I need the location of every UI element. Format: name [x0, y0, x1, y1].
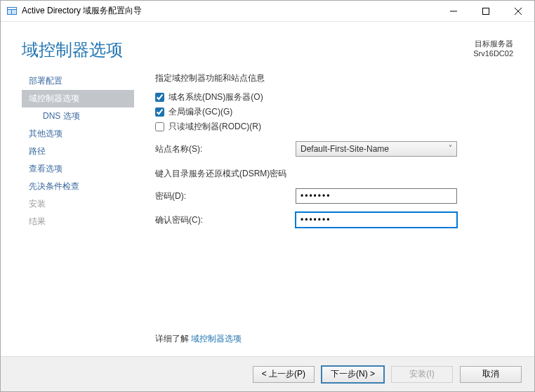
learn-more-prefix: 详细了解 — [155, 334, 189, 344]
option-rodc[interactable]: 只读域控制器(RODC)(R) — [155, 121, 513, 133]
sidebar-item-paths[interactable]: 路径 — [22, 143, 134, 160]
section-label-capabilities: 指定域控制器功能和站点信息 — [155, 72, 513, 84]
window-controls — [437, 1, 534, 22]
site-name-value: Default-First-Site-Name — [300, 144, 389, 154]
sidebar-item-prereq-check[interactable]: 先决条件检查 — [22, 178, 134, 195]
minimize-button[interactable] — [437, 1, 470, 22]
window-title: Active Directory 域服务配置向导 — [22, 5, 437, 17]
footer: < 上一步(P) 下一步(N) > 安装(I) 取消 — [1, 356, 534, 391]
option-dns[interactable]: 域名系统(DNS)服务器(O) — [155, 91, 513, 103]
main: 部署配置 域控制器选项 DNS 选项 其他选项 路径 查看选项 先决条件检查 安… — [1, 68, 534, 356]
option-gc[interactable]: 全局编录(GC)(G) — [155, 106, 513, 118]
app-icon — [6, 6, 18, 17]
target-server-host: Srv16DC02 — [473, 49, 513, 58]
install-button: 安装(I) — [391, 366, 453, 383]
site-name-label: 站点名称(S): — [155, 143, 296, 155]
site-name-row: 站点名称(S): Default-First-Site-Name — [155, 141, 513, 157]
sidebar-item-additional-options[interactable]: 其他选项 — [22, 125, 134, 143]
confirm-password-input[interactable] — [296, 212, 457, 228]
content: 指定域控制器功能和站点信息 域名系统(DNS)服务器(O) 全局编录(GC)(G… — [134, 68, 513, 356]
sidebar: 部署配置 域控制器选项 DNS 选项 其他选项 路径 查看选项 先决条件检查 安… — [22, 68, 134, 356]
learn-more-link[interactable]: 域控制器选项 — [191, 334, 242, 344]
password-row: 密码(D): — [155, 188, 513, 204]
confirm-password-row: 确认密码(C): — [155, 212, 513, 228]
cancel-button[interactable]: 取消 — [460, 366, 522, 383]
target-server-label: 目标服务器 — [473, 39, 513, 49]
checkbox-gc-label: 全局编录(GC)(G) — [169, 106, 232, 118]
checkbox-gc[interactable] — [155, 107, 164, 117]
sidebar-item-dns-options[interactable]: DNS 选项 — [22, 107, 134, 125]
site-name-select[interactable]: Default-First-Site-Name — [296, 141, 457, 157]
checkbox-rodc-label: 只读域控制器(RODC)(R) — [169, 121, 261, 133]
checkbox-dns-label: 域名系统(DNS)服务器(O) — [169, 91, 263, 103]
title-bar: Active Directory 域服务配置向导 — [1, 1, 534, 22]
prev-button[interactable]: < 上一步(P) — [253, 366, 315, 383]
password-label: 密码(D): — [155, 190, 296, 202]
header: 域控制器选项 目标服务器 Srv16DC02 — [1, 22, 534, 68]
close-button[interactable] — [502, 1, 534, 22]
target-server-block: 目标服务器 Srv16DC02 — [473, 39, 513, 58]
next-button[interactable]: 下一步(N) > — [322, 366, 384, 383]
svg-rect-5 — [483, 8, 489, 14]
svg-rect-1 — [8, 8, 16, 9]
svg-rect-2 — [8, 10, 11, 14]
confirm-password-label: 确认密码(C): — [155, 214, 296, 226]
section-label-dsrm: 键入目录服务还原模式(DSRM)密码 — [155, 168, 513, 180]
checkbox-dns[interactable] — [155, 93, 164, 102]
sidebar-item-dc-options[interactable]: 域控制器选项 — [22, 90, 134, 107]
maximize-button[interactable] — [470, 1, 502, 22]
svg-rect-3 — [12, 10, 16, 14]
sidebar-item-review[interactable]: 查看选项 — [22, 160, 134, 178]
sidebar-item-install: 安装 — [22, 195, 134, 213]
password-input[interactable] — [296, 188, 457, 204]
sidebar-item-deployment-config[interactable]: 部署配置 — [22, 72, 134, 90]
sidebar-item-results: 结果 — [22, 213, 134, 230]
checkbox-rodc[interactable] — [155, 122, 164, 131]
page-title: 域控制器选项 — [22, 39, 473, 61]
learn-more: 详细了解 域控制器选项 — [155, 333, 513, 345]
